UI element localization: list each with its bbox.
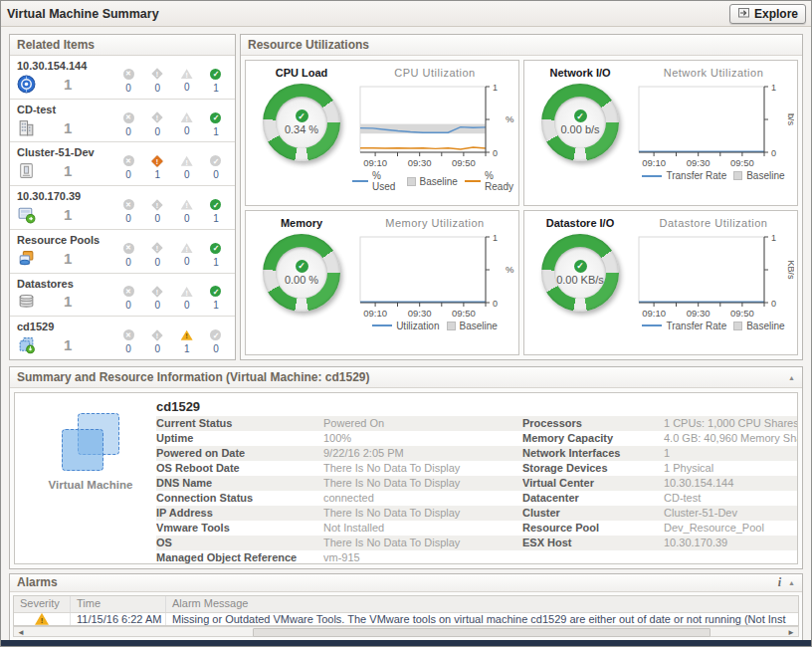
related-item-name[interactable]: 10.30.170.39 — [17, 190, 112, 202]
cpu-utilization-chart: 1009:1009:3009:50% — [354, 79, 515, 172]
related-item-name[interactable]: Cluster-51-Dev — [17, 146, 112, 158]
related-item-resource-pools[interactable]: Resource Pools 1 0 0 0 — [10, 230, 235, 274]
normal-count[interactable]: 1 — [213, 126, 219, 137]
critical-status-icon — [152, 155, 163, 166]
horizontal-scrollbar[interactable]: ◄ ► — [13, 626, 799, 637]
critical-status-icon — [152, 199, 163, 210]
fatal-count[interactable]: 0 — [125, 83, 131, 94]
warning-count[interactable]: 0 — [184, 256, 190, 267]
alarm-row[interactable]: 11/15/16 6:22 AM Missing or Outdated VMw… — [14, 613, 798, 625]
related-item-vcenter[interactable]: 10.30.154.144 1 0 0 0 — [10, 56, 235, 100]
related-item-count[interactable]: 1 — [64, 119, 72, 136]
critical-count[interactable]: 0 — [155, 213, 161, 224]
summary-table: Current StatusPowered OnProcessors1 CPUs… — [156, 416, 797, 564]
related-item-count[interactable]: 1 — [64, 293, 72, 310]
related-item-count[interactable]: 1 — [64, 76, 72, 93]
warning-count[interactable]: 0 — [184, 82, 190, 93]
summary-label: Managed Object Reference — [156, 550, 323, 564]
related-items-header: Related Items — [10, 35, 235, 56]
normal-status-icon — [210, 243, 221, 254]
related-item-datastores[interactable]: Datastores 1 0 0 0 — [10, 274, 235, 318]
normal-count[interactable]: 1 — [213, 257, 219, 268]
summary-value — [664, 550, 797, 564]
related-item-count[interactable]: 1 — [64, 250, 72, 267]
page-title: Virtual Machine Summary — [7, 7, 159, 21]
summary-value: Not Installed — [323, 521, 522, 536]
normal-count[interactable]: 1 — [213, 83, 219, 94]
memory-gauge[interactable]: 0.00 % — [263, 234, 340, 312]
critical-count[interactable]: 0 — [155, 343, 161, 354]
scrollbar-thumb[interactable] — [253, 628, 710, 637]
summary-label: ESX Host — [522, 536, 664, 550]
info-icon[interactable]: i — [778, 576, 781, 588]
time-column-header[interactable]: Time — [71, 596, 166, 612]
normal-count[interactable]: 1 — [213, 213, 219, 224]
legend-label: Baseline — [420, 176, 458, 187]
svg-text:09:50: 09:50 — [730, 157, 754, 168]
severity-column-header[interactable]: Severity — [14, 596, 71, 612]
related-item-cluster[interactable]: Cluster-51-Dev 1 0 1 0 — [10, 142, 235, 186]
transfer-rate-swatch — [642, 175, 662, 177]
fatal-count[interactable]: 0 — [125, 257, 131, 268]
fatal-count[interactable]: 0 — [125, 300, 131, 311]
scroll-right-arrow[interactable]: ► — [784, 627, 798, 638]
warning-count[interactable]: 1 — [184, 343, 190, 354]
summary-value: There Is No Data To Display — [323, 506, 522, 521]
related-item-name[interactable]: 10.30.154.144 — [17, 60, 112, 72]
related-item-name[interactable]: CD-test — [17, 104, 112, 115]
explore-button[interactable]: Explore — [729, 4, 806, 24]
critical-count[interactable]: 0 — [155, 257, 161, 268]
summary-value: There Is No Data To Display — [323, 536, 522, 550]
fatal-count[interactable]: 0 — [125, 343, 131, 354]
related-item-vm[interactable]: cd1529 1 0 0 1 0 — [10, 317, 235, 359]
network-io-gauge[interactable]: 0.00 b/s — [541, 84, 619, 161]
related-item-datacenter[interactable]: CD-test 1 0 0 0 1 — [10, 100, 235, 143]
summary-panel: Summary and Resource Information (Virtua… — [9, 366, 803, 569]
related-item-name[interactable]: cd1529 — [17, 321, 112, 332]
collapse-icon[interactable]: ▲ — [788, 579, 795, 586]
warning-count[interactable]: 0 — [184, 300, 190, 311]
warning-count[interactable]: 0 — [184, 169, 190, 180]
critical-count[interactable]: 1 — [155, 169, 161, 180]
svg-text:1: 1 — [493, 83, 498, 93]
baseline-swatch — [447, 322, 456, 330]
related-item-name[interactable]: Datastores — [17, 278, 112, 290]
summary-value: 4.0 GB: 40,960 Memory Share — [664, 431, 797, 446]
ready-line-swatch — [465, 180, 481, 182]
critical-count[interactable]: 0 — [155, 83, 161, 94]
normal-count[interactable]: 1 — [213, 300, 219, 311]
related-item-count[interactable]: 1 — [64, 162, 72, 179]
critical-count[interactable]: 0 — [155, 300, 161, 311]
warning-count[interactable]: 0 — [184, 125, 190, 136]
related-items-title: Related Items — [17, 38, 95, 52]
collapse-icon[interactable]: ▲ — [788, 374, 795, 381]
summary-value: 1 CPUs: 1,000 CPU Shares (no — [664, 416, 797, 431]
related-item-name[interactable]: Resource Pools — [17, 234, 112, 246]
related-item-esx-host[interactable]: 10.30.170.39 1 0 0 0 — [10, 186, 235, 230]
summary-label: DNS Name — [156, 476, 323, 491]
datastore-icon — [17, 292, 36, 311]
cpu-load-value: 0.34 % — [285, 123, 318, 135]
network-io-title: Network I/O — [549, 67, 610, 79]
fatal-count[interactable]: 0 — [125, 213, 131, 224]
normal-count[interactable]: 0 — [213, 343, 219, 354]
fatal-count[interactable]: 0 — [125, 169, 131, 180]
fatal-status-icon — [123, 155, 134, 166]
datastore-io-gauge[interactable]: 0.00 KB/s — [541, 234, 619, 312]
cpu-load-gauge[interactable]: 0.34 % — [263, 84, 340, 161]
svg-text:%: % — [506, 113, 514, 124]
related-item-count[interactable]: 1 — [64, 206, 72, 223]
fatal-count[interactable]: 0 — [125, 126, 131, 137]
message-column-header[interactable]: Alarm Message — [166, 596, 798, 612]
critical-status-icon — [152, 286, 163, 297]
network-io-value: 0.00 b/s — [560, 123, 599, 135]
window-bottom-edge — [1, 640, 811, 646]
warning-count[interactable]: 0 — [184, 213, 190, 224]
summary-label: Uptime — [156, 431, 323, 446]
scroll-left-arrow[interactable]: ◄ — [14, 627, 28, 638]
related-item-count[interactable]: 1 — [64, 336, 72, 353]
svg-text:b/s: b/s — [786, 113, 794, 126]
critical-status-icon — [152, 329, 163, 340]
normal-count[interactable]: 0 — [213, 169, 219, 180]
critical-count[interactable]: 0 — [155, 126, 161, 137]
